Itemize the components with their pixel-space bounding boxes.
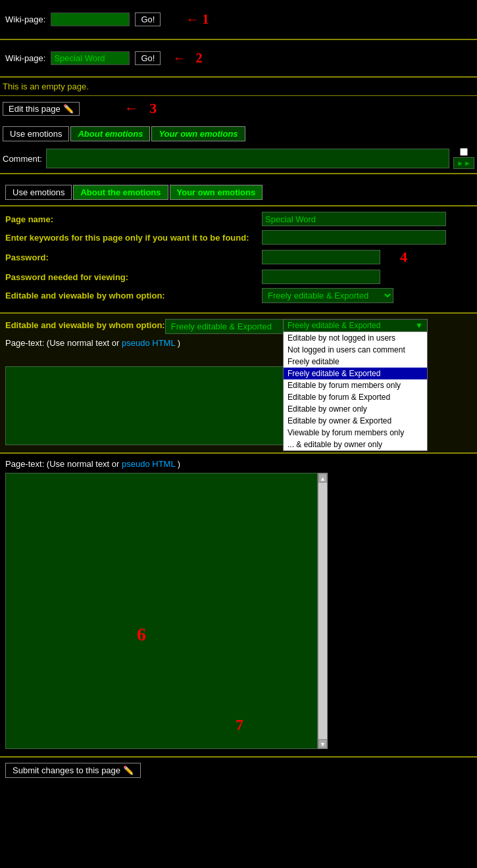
- dropdown-page-text-label: Page-text: (Use normal text or pseudo HT…: [5, 338, 180, 348]
- dp-item-4[interactable]: Editable by forum members only: [284, 379, 427, 391]
- tab-about-emotions-2-label: About the emotions: [80, 187, 161, 197]
- wiki-label-1: Wiki-page:: [5, 14, 45, 24]
- page-textarea-wrapper: ▲ ▼ 6 7: [5, 473, 328, 751]
- keywords-label: Enter keywords for this page only if you…: [5, 233, 262, 243]
- password-input[interactable]: [262, 250, 380, 264]
- page-textarea[interactable]: [5, 473, 318, 749]
- empty-page-text: This is an empty page.: [3, 82, 89, 91]
- send-button[interactable]: ►►: [453, 157, 474, 169]
- annotation-1: ← 1: [186, 12, 209, 27]
- page-text-pseudo-html-link[interactable]: pseudo HTML: [122, 459, 175, 469]
- editable-select[interactable]: Freely editable & Exported Editable by n…: [262, 288, 393, 303]
- form-row-keywords: Enter keywords for this page only if you…: [5, 230, 472, 245]
- dropdown-textarea-wrapper: [5, 366, 328, 447]
- emotions-section: Use emotions About the emotions Your own…: [0, 174, 477, 206]
- send-icon: ►►: [457, 159, 471, 167]
- page-text-label-prefix: Page-text: (Use normal text or: [5, 338, 119, 348]
- tab-your-own-emotions-2[interactable]: Your own emotions: [170, 185, 263, 200]
- dp-item-7[interactable]: Editable by owner & Exported: [284, 415, 427, 427]
- dropdown-header[interactable]: Freely editable & Exported ▼: [284, 320, 427, 332]
- scrollbar-down-btn[interactable]: ▼: [318, 739, 327, 748]
- scrollbar-up-btn[interactable]: ▲: [318, 473, 327, 483]
- annotation-2: ← 2: [172, 51, 202, 66]
- form-row-password: Password: 4: [5, 249, 472, 266]
- page-scrollbar[interactable]: ▲ ▼: [318, 473, 328, 749]
- comment-checkbox[interactable]: [460, 148, 468, 156]
- tab-your-own-emotions-1-label: Your own emotions: [159, 129, 238, 139]
- dp-item-5[interactable]: Editable by forum & Exported: [284, 391, 427, 403]
- dropdown-header-label: Freely editable & Exported: [288, 321, 380, 330]
- page-name-input[interactable]: [262, 212, 446, 226]
- wiki-input-2[interactable]: [51, 51, 130, 65]
- wiki-input-1[interactable]: [51, 12, 130, 26]
- submit-pencil-icon: ✏️: [123, 765, 134, 775]
- section-2: Wiki-page: Go! ← 2: [0, 40, 477, 78]
- tab-row-1: Use emotions About emotions Your own emo…: [3, 126, 474, 141]
- submit-section: Submit changes to this page ✏️: [0, 758, 477, 783]
- tab-your-own-emotions-1[interactable]: Your own emotions: [151, 126, 245, 141]
- annotation-4: 4: [400, 249, 407, 266]
- dp-item-8[interactable]: Viewable by forum members only: [284, 427, 427, 439]
- go-button-2[interactable]: Go!: [135, 51, 161, 65]
- page-text-prefix: Page-text: (Use normal text or: [5, 459, 119, 469]
- tab-about-emotions-1[interactable]: About emotions: [70, 126, 150, 141]
- submit-label: Submit changes to this page: [13, 765, 120, 775]
- edit-this-page-label: Edit this page: [9, 104, 61, 114]
- tab-about-emotions-1-label: About emotions: [78, 129, 143, 139]
- dp-item-1[interactable]: Not logged in users can comment: [284, 344, 427, 356]
- tab-use-emotions-2-label: Use emotions: [13, 187, 64, 197]
- tab-about-emotions-2[interactable]: About the emotions: [73, 185, 168, 200]
- dp-item-6[interactable]: Editable by owner only: [284, 403, 427, 415]
- comment-send-area: ►►: [453, 148, 474, 169]
- keywords-input[interactable]: [262, 230, 446, 245]
- pencil-icon: ✏️: [63, 104, 74, 114]
- dp-item-0[interactable]: Editable by not logged in users: [284, 332, 427, 344]
- tab-row-2: Use emotions About the emotions Your own…: [5, 185, 472, 200]
- empty-page-notice: This is an empty page.: [0, 78, 477, 96]
- go-button-1[interactable]: Go!: [135, 12, 161, 26]
- password-viewing-input[interactable]: [262, 270, 380, 284]
- page-text-section: Page-text: (Use normal text or pseudo HT…: [0, 454, 477, 758]
- form-section: Page name: Enter keywords for this page …: [0, 206, 477, 314]
- dropdown-header-arrow: ▼: [415, 321, 423, 330]
- editable-label: Editable and viewable by whom option:: [5, 291, 262, 301]
- tab-use-emotions-1[interactable]: Use emotions: [3, 126, 69, 141]
- dropdown-page-textarea[interactable]: [5, 366, 318, 445]
- form-row-password-viewing: Password needed for viewing:: [5, 270, 472, 284]
- dropdown-popup: Freely editable & Exported ▼ Editable by…: [283, 319, 428, 451]
- dropdown-section: Editable and viewable by whom option: Fr…: [0, 314, 477, 454]
- tab-use-emotions-2[interactable]: Use emotions: [5, 185, 72, 200]
- page-text-suffix: ): [178, 459, 180, 469]
- comment-input[interactable]: [46, 149, 449, 168]
- form-row-page-name: Page name:: [5, 212, 472, 226]
- tab-your-own-emotions-2-label: Your own emotions: [177, 187, 256, 197]
- dp-item-2[interactable]: Freely editable: [284, 356, 427, 368]
- password-viewing-label: Password needed for viewing:: [5, 272, 262, 282]
- section-1: Wiki-page: Go! ← 1: [0, 0, 477, 40]
- wiki-label-2: Wiki-page:: [5, 53, 45, 63]
- dp-item-9[interactable]: ... & editable by owner only: [284, 439, 427, 450]
- page-text-label-row: Page-text: (Use normal text or pseudo HT…: [5, 459, 472, 469]
- comment-label: Comment:: [3, 154, 42, 164]
- comment-row: Comment: ►►: [3, 148, 474, 169]
- annotation-3: ← 3: [124, 100, 157, 117]
- tab-use-emotions-1-label: Use emotions: [10, 129, 62, 139]
- edit-this-page-button[interactable]: Edit this page ✏️: [3, 102, 80, 116]
- dropdown-editable-label: Editable and viewable by whom option:: [5, 320, 165, 330]
- page-name-label: Page name:: [5, 214, 262, 224]
- dp-item-3[interactable]: Freely editable & Exported: [284, 368, 427, 379]
- submit-button[interactable]: Submit changes to this page ✏️: [5, 763, 141, 778]
- edit-area: Edit this page ✏️ ← 3 Use emotions About…: [0, 96, 477, 174]
- form-row-editable: Editable and viewable by whom option: Fr…: [5, 288, 472, 303]
- password-label: Password:: [5, 253, 262, 262]
- page-text-label-suffix: ): [178, 338, 180, 348]
- dropdown-editable-select[interactable]: Freely editable & Exported: [165, 319, 297, 334]
- pseudo-html-link[interactable]: pseudo HTML: [122, 338, 175, 348]
